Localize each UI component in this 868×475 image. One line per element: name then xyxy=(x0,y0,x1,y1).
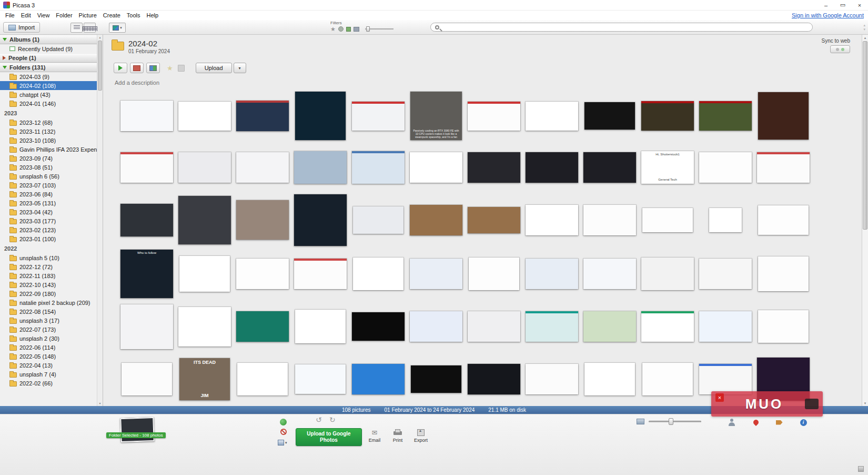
photo-thumbnail[interactable] xyxy=(295,310,346,343)
search-input[interactable] xyxy=(442,23,812,31)
properties-panel-button[interactable]: i xyxy=(796,417,810,428)
photo-thumbnail[interactable] xyxy=(295,364,346,394)
photo-thumbnail[interactable] xyxy=(294,259,347,289)
folder-item[interactable]: 2022-12 (72) xyxy=(0,262,103,271)
photo-thumbnail[interactable] xyxy=(584,363,635,395)
photo-thumbnail[interactable] xyxy=(468,102,520,131)
folder-item[interactable]: 2024-02 (108) xyxy=(0,81,103,90)
folder-item[interactable]: 2023-09 (74) xyxy=(0,154,103,163)
photo-thumbnail[interactable] xyxy=(642,208,693,232)
menu-tools[interactable]: Tools xyxy=(124,11,144,20)
scrollbar-thumb[interactable] xyxy=(98,41,102,91)
photo-thumbnail[interactable] xyxy=(699,364,752,394)
photo-thumbnail[interactable] xyxy=(469,258,519,290)
photo-thumbnail[interactable] xyxy=(353,206,403,234)
clear-selection-icon[interactable] xyxy=(280,429,287,435)
photo-thumbnail[interactable] xyxy=(352,151,405,184)
photo-thumbnail[interactable] xyxy=(526,259,578,289)
photo-thumbnail[interactable] xyxy=(758,92,809,140)
watermark-close-icon[interactable]: × xyxy=(715,393,724,402)
photo-thumbnail[interactable] xyxy=(758,205,809,235)
scroll-up-icon[interactable]: ▴ xyxy=(97,35,103,40)
photo-thumbnail[interactable]: Who to follow xyxy=(120,250,173,298)
menu-folder[interactable]: Folder xyxy=(53,11,75,20)
photo-thumbnail[interactable] xyxy=(641,258,694,290)
faces-filter-icon[interactable] xyxy=(338,26,344,32)
folder-item[interactable]: 2022-04 (13) xyxy=(0,361,103,370)
menu-help[interactable]: Help xyxy=(144,11,162,20)
restore-button[interactable]: ▭ xyxy=(834,0,851,11)
tray-selection[interactable]: Folder Selected - 108 photos xyxy=(105,417,169,451)
folder-item[interactable]: 2023-10 (108) xyxy=(0,136,103,145)
folder-item[interactable]: 2023-11 (132) xyxy=(0,127,103,136)
rotate-cw-icon[interactable]: ↻ xyxy=(329,415,336,424)
folder-title[interactable]: 2024-02 xyxy=(128,39,862,48)
flat-view-button[interactable] xyxy=(70,23,83,33)
scroll-mode-button[interactable]: ▾ xyxy=(109,23,126,33)
photo-thumbnail[interactable] xyxy=(122,363,172,395)
slider-thumb[interactable] xyxy=(366,26,370,32)
folder-item[interactable]: 2023-02 (123) xyxy=(0,225,103,234)
photo-thumbnail[interactable] xyxy=(699,101,752,131)
folder-item[interactable]: unsplash 5 (10) xyxy=(0,253,103,262)
toolbar-collapse-icon[interactable]: ▴▾ xyxy=(863,23,865,32)
upload-to-google-photos-button[interactable]: Upload to Google Photos xyxy=(296,428,362,446)
album-item[interactable]: Recently Updated (9) xyxy=(0,44,103,53)
photo-thumbnail[interactable]: Passively cooling an RTX 3080 FE with 10… xyxy=(410,92,462,140)
folder-item[interactable]: 2023-06 (84) xyxy=(0,190,103,199)
upload-dropdown[interactable]: ▾ xyxy=(234,63,246,73)
folder-item[interactable]: 2022-09 (180) xyxy=(0,289,103,298)
photo-thumbnail[interactable] xyxy=(179,256,230,292)
folder-item[interactable]: 2024-01 (146) xyxy=(0,99,103,108)
photo-thumbnail[interactable] xyxy=(120,101,173,131)
folder-item[interactable]: unsplash 3 (17) xyxy=(0,316,103,325)
photo-thumbnail[interactable] xyxy=(352,364,405,394)
menu-view[interactable]: View xyxy=(34,11,53,20)
add-to-album-button[interactable]: ▾ xyxy=(278,440,287,446)
email-button[interactable]: ✉ Email xyxy=(363,429,386,443)
menu-picture[interactable]: Picture xyxy=(76,11,100,20)
tree-view-button[interactable] xyxy=(84,23,96,33)
scroll-down-icon[interactable]: ▾ xyxy=(97,401,103,406)
photo-thumbnail[interactable] xyxy=(178,307,231,347)
photo-thumbnail[interactable] xyxy=(120,204,173,236)
starred-filter-icon[interactable]: ★ xyxy=(330,26,336,32)
menu-file[interactable]: File xyxy=(2,11,18,20)
sync-toggle[interactable] xyxy=(830,45,850,53)
photo-thumbnail[interactable] xyxy=(178,102,231,131)
photo-thumbnail[interactable] xyxy=(699,259,752,289)
panel-corner-icon[interactable] xyxy=(858,466,864,472)
print-button[interactable]: Print xyxy=(386,429,409,443)
places-panel-button[interactable] xyxy=(749,417,763,428)
photo-thumbnail[interactable] xyxy=(178,196,231,244)
photo-thumbnail[interactable] xyxy=(294,194,347,246)
photo-thumbnail[interactable] xyxy=(584,102,635,130)
photo-thumbnail[interactable] xyxy=(410,259,462,289)
photo-thumbnail[interactable] xyxy=(758,256,809,291)
photo-thumbnail[interactable] xyxy=(294,151,347,184)
sync-to-web-label[interactable]: Sync to web xyxy=(822,38,850,44)
photo-thumbnail[interactable] xyxy=(642,363,693,395)
menu-create[interactable]: Create xyxy=(100,11,124,20)
photo-thumbnail[interactable] xyxy=(583,205,636,235)
photo-thumbnail[interactable] xyxy=(468,207,520,233)
folder-item[interactable]: 2024-03 (9) xyxy=(0,72,103,81)
photo-thumbnail[interactable] xyxy=(583,152,636,183)
folder-item[interactable]: natalie pixel 2 backup (209) xyxy=(0,298,103,307)
folder-item[interactable]: 2023-01 (100) xyxy=(0,234,103,243)
sidebar-scrollbar[interactable]: ▴ ▾ xyxy=(97,35,103,406)
photo-thumbnail[interactable] xyxy=(236,311,289,342)
photo-thumbnail[interactable] xyxy=(237,363,288,395)
photo-thumbnail[interactable] xyxy=(641,311,694,342)
photo-thumbnail[interactable]: Hi, Shutterstock1General Tech xyxy=(641,151,694,184)
photo-thumbnail[interactable] xyxy=(468,311,520,342)
sign-in-link[interactable]: Sign in with Google Account xyxy=(792,12,864,18)
create-collage-button[interactable] xyxy=(146,63,160,73)
date-filter-slider[interactable] xyxy=(365,26,393,32)
folder-item[interactable]: 2022-06 (114) xyxy=(0,343,103,352)
photo-thumbnail[interactable] xyxy=(236,259,289,289)
photo-thumbnail[interactable] xyxy=(468,364,520,394)
folder-item[interactable]: 2022-05 (148) xyxy=(0,352,103,361)
folders-section-header[interactable]: Folders (131) xyxy=(0,63,103,72)
photo-thumbnail[interactable] xyxy=(352,102,405,131)
